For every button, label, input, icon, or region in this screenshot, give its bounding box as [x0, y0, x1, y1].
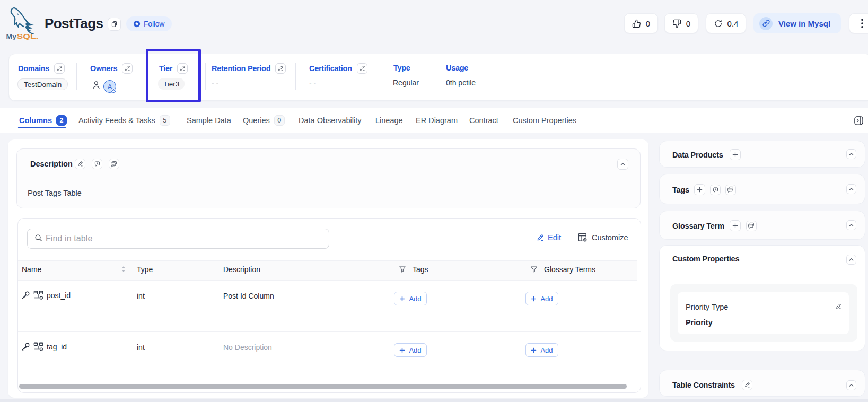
svg-text:SQL.: SQL. [17, 33, 39, 40]
svg-text:My: My [6, 33, 17, 40]
